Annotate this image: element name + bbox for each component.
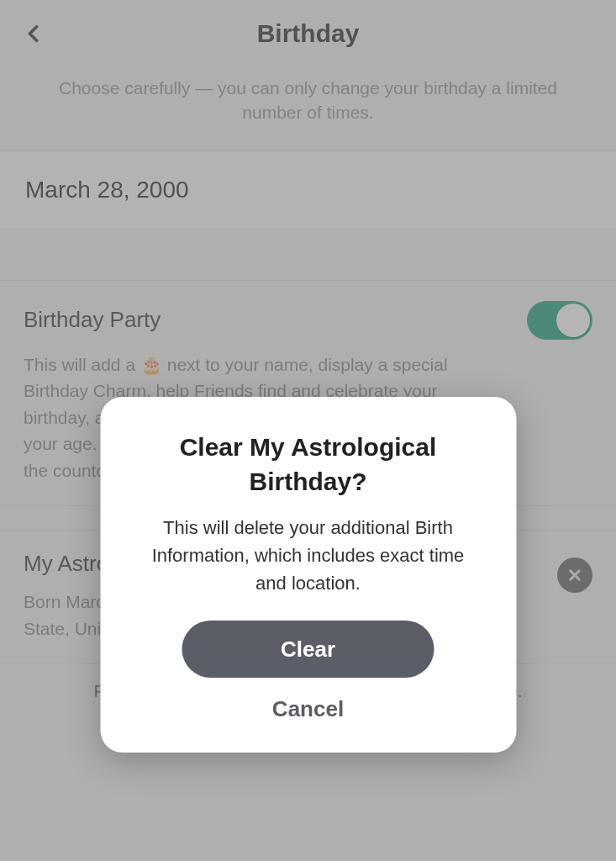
clear-astrological-dialog: Clear My Astrological Birthday? This wil…	[100, 397, 516, 753]
dialog-title: Clear My Astrological Birthday?	[132, 430, 484, 499]
modal-overlay[interactable]: Clear My Astrological Birthday? This wil…	[0, 0, 616, 861]
clear-button[interactable]: Clear	[182, 621, 434, 678]
dialog-body: This will delete your additional Birth I…	[132, 514, 484, 597]
cancel-button[interactable]: Cancel	[272, 696, 344, 722]
